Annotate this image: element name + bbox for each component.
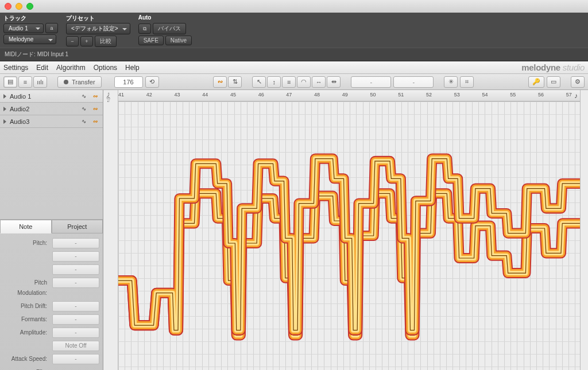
- preset-minus-button[interactable]: −: [66, 36, 79, 46]
- pitch-ruler[interactable]: 𝄞: [103, 90, 118, 370]
- pitch-value[interactable]: -: [52, 238, 99, 248]
- info-field-1: -: [351, 76, 391, 88]
- track-mute-icon[interactable]: ∿: [80, 105, 88, 113]
- inspector-panel: Note Project Pitch: - - - Pitch Modulati…: [0, 219, 103, 370]
- instrument-value: Melodyne: [9, 36, 33, 42]
- transfer-label: Transfer: [72, 79, 95, 85]
- disclosure-icon: [3, 94, 6, 99]
- preset-value: <デフォルト設定>: [71, 25, 118, 32]
- instrument-select[interactable]: Melodyne: [3, 34, 56, 44]
- view-key-button[interactable]: 🔑: [528, 76, 544, 88]
- time-tool-button[interactable]: ↔: [312, 76, 326, 88]
- settings-gear-button[interactable]: ⚙: [571, 76, 585, 88]
- auto-section-label: Auto: [138, 14, 192, 22]
- ruler-tick: 54: [482, 92, 488, 98]
- transfer-button[interactable]: Transfer: [57, 76, 102, 88]
- window-titlebar: [0, 0, 588, 13]
- tab-project[interactable]: Project: [52, 220, 103, 233]
- note-grid[interactable]: [118, 102, 580, 370]
- ruler-tick: 41: [118, 92, 124, 98]
- pitch3-value[interactable]: -: [52, 264, 99, 275]
- view-sliders-button[interactable]: ≡: [18, 76, 32, 88]
- amplitude-value[interactable]: -: [52, 328, 99, 338]
- ruler-tick: 51: [398, 92, 404, 98]
- tool-group-edit: ↖ ↕ ≡ ◠ ↔ ⇹: [252, 76, 341, 88]
- ruler-tick: 53: [454, 92, 460, 98]
- track-link-icon[interactable]: ∾: [91, 118, 99, 126]
- window-mode-button[interactable]: ⧉: [138, 24, 151, 34]
- pitch2-value[interactable]: -: [52, 251, 99, 262]
- arrow-tool-button[interactable]: ↖: [252, 76, 266, 88]
- track-link-icon[interactable]: ∾: [91, 92, 99, 100]
- menu-settings[interactable]: Settings: [3, 64, 28, 72]
- noteoff-label: [3, 341, 49, 351]
- left-panel: Audio 1 ∿ ∾ Audio2 ∿ ∾ Audio3 ∿ ∾ Note P…: [0, 90, 103, 370]
- pitch-mod-value[interactable]: -: [52, 278, 99, 288]
- sync-tool-button[interactable]: ⇅: [228, 76, 242, 88]
- view-overview-button[interactable]: ▭: [547, 76, 560, 88]
- pitch3-label: [3, 264, 49, 275]
- menu-help[interactable]: Help: [125, 64, 140, 72]
- vertical-scrollbar[interactable]: [580, 90, 588, 370]
- zoom-icon[interactable]: [26, 3, 33, 10]
- track-select-value: Audio 1: [9, 25, 28, 32]
- link-tool-button[interactable]: ∾: [213, 76, 227, 88]
- ruler-tick: 48: [314, 92, 320, 98]
- close-icon[interactable]: [5, 3, 11, 10]
- pitch-label: Pitch:: [3, 238, 49, 248]
- tab-note[interactable]: Note: [0, 220, 52, 233]
- menu-edit[interactable]: Edit: [36, 64, 48, 72]
- formants-value[interactable]: -: [52, 314, 99, 325]
- compare-button[interactable]: 比較: [95, 36, 117, 47]
- track-row[interactable]: Audio3 ∿ ∾: [0, 115, 103, 128]
- ruler-tick: 55: [510, 92, 516, 98]
- editor-area[interactable]: 𝄞 4142434445464748495051525354555657 ♪ ↖…: [103, 90, 588, 370]
- minimize-icon[interactable]: [16, 3, 22, 10]
- track-list: Audio 1 ∿ ∾ Audio2 ∿ ∾ Audio3 ∿ ∾: [0, 90, 103, 128]
- track-select[interactable]: Audio 1: [3, 24, 44, 33]
- pitch-tool-button[interactable]: ↕: [267, 76, 281, 88]
- view-eq-button[interactable]: ıılı: [33, 76, 47, 88]
- brand-logo: melodyne studio: [521, 63, 585, 72]
- track-mute-icon[interactable]: ∿: [80, 118, 88, 126]
- safe-button[interactable]: SAFE: [138, 36, 164, 45]
- snap-button[interactable]: ✳: [444, 76, 458, 88]
- time-ruler[interactable]: 4142434445464748495051525354555657: [118, 90, 580, 102]
- attack-value[interactable]: -: [52, 354, 99, 364]
- attack-label: Attack Speed:: [3, 354, 49, 364]
- ruler-tick: 49: [342, 92, 348, 98]
- tempo-link-button[interactable]: ⟲: [145, 76, 159, 88]
- pitch-drift-value[interactable]: -: [52, 301, 99, 311]
- amplitude-tool-button[interactable]: ◠: [297, 76, 311, 88]
- disclosure-icon: [3, 107, 6, 111]
- noteoff-button[interactable]: Note Off: [52, 341, 99, 351]
- view-list-button[interactable]: ▤: [3, 76, 17, 88]
- menu-options[interactable]: Options: [94, 64, 117, 72]
- note-grid-icon[interactable]: ♪: [574, 92, 578, 100]
- separate-tool-button[interactable]: ⇹: [327, 76, 341, 88]
- track-row[interactable]: Audio 1 ∿ ∾: [0, 90, 103, 103]
- tool-group-link: ∾ ⇅: [213, 76, 242, 88]
- ruler-tick: 57: [566, 92, 572, 98]
- pitch-mod-label: Pitch Modulation:: [3, 278, 49, 298]
- ruler-tick: 42: [146, 92, 152, 98]
- track-link-icon[interactable]: ∾: [91, 105, 99, 113]
- formant-tool-button[interactable]: ≡: [282, 76, 296, 88]
- track-row[interactable]: Audio2 ∿ ∾: [0, 103, 103, 115]
- ruler-tick: 45: [230, 92, 236, 98]
- track-letter-button[interactable]: a: [45, 23, 58, 33]
- preset-select[interactable]: <デフォルト設定>: [66, 23, 130, 34]
- preset-plus-button[interactable]: +: [80, 36, 93, 46]
- file-label: File:: [3, 367, 49, 370]
- native-button[interactable]: Native: [165, 36, 192, 45]
- ruler-tick: 50: [370, 92, 376, 98]
- formants-label: Formants:: [3, 314, 49, 325]
- pitch-drift-label: Pitch Drift:: [3, 301, 49, 311]
- record-icon: [64, 80, 68, 84]
- scale-button[interactable]: ⌗: [460, 76, 474, 88]
- menu-algorithm[interactable]: Algorithm: [56, 64, 86, 72]
- track-mute-icon[interactable]: ∿: [80, 92, 88, 100]
- tempo-display[interactable]: 176: [114, 76, 143, 88]
- bypass-button[interactable]: バイパス: [153, 23, 186, 34]
- amplitude-label: Amplitude:: [3, 328, 49, 338]
